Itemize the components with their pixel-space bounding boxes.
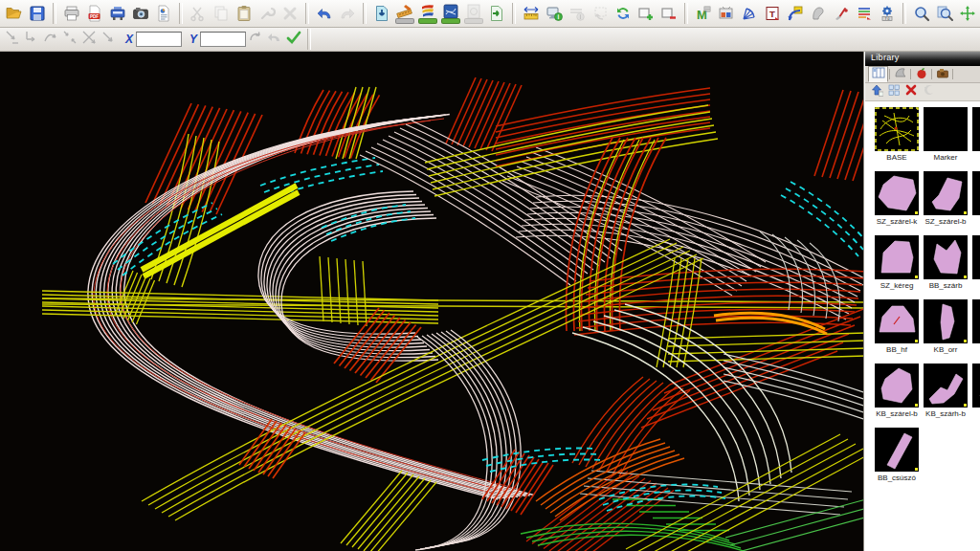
library-item[interactable]: SZ_kéreg [874, 235, 920, 299]
open-file-button[interactable] [3, 2, 26, 25]
measure-distance-button[interactable] [520, 2, 543, 25]
library-item[interactable]: KB_szárel-b [874, 364, 920, 428]
library-thumbnail-piece[interactable] [972, 171, 980, 215]
design-canvas[interactable] [0, 52, 866, 551]
paste-button[interactable] [233, 2, 256, 25]
print-button[interactable] [60, 2, 83, 25]
toolbar-separator [307, 29, 311, 50]
library-thumbnail-piece[interactable] [924, 235, 968, 279]
library-thumbnail-piece[interactable] [972, 235, 980, 279]
snap-corner-button[interactable] [22, 30, 41, 49]
snap-converge-button[interactable] [60, 30, 79, 49]
library-tab-photo-view[interactable] [933, 67, 951, 81]
zoom-page-button[interactable] [933, 2, 956, 25]
svg-text:i: i [580, 13, 582, 20]
paint-brush-button[interactable] [830, 2, 853, 25]
stamp-tool-button[interactable] [462, 2, 485, 25]
snap-nearest-button[interactable] [99, 30, 118, 49]
library-item[interactable]: BB_hf [874, 299, 920, 364]
rotate-point-button[interactable] [246, 30, 265, 49]
x-coordinate-input[interactable] [136, 32, 182, 47]
undo-move-button[interactable] [265, 30, 284, 49]
refresh-view-button[interactable] [612, 2, 635, 25]
export-pdf-button[interactable]: PDF [83, 2, 106, 25]
library-thumbnail-piece[interactable] [924, 299, 968, 343]
library-thumbnail-piece[interactable] [924, 171, 968, 215]
layers-stack-button[interactable] [416, 2, 439, 25]
line-info-button[interactable]: i [566, 2, 589, 25]
panel-layout-button[interactable] [715, 2, 738, 25]
zoom-button[interactable] [910, 2, 933, 25]
library-item[interactable]: Marker [923, 107, 969, 171]
library-item[interactable]: KB_orr [923, 299, 969, 364]
measure-tool-button[interactable] [393, 2, 416, 25]
library-thumbnail-piece[interactable] [875, 428, 919, 472]
library-tab-materials-view[interactable] [912, 67, 930, 81]
library-thumbnail-blank[interactable] [924, 107, 968, 151]
bend-curve-button[interactable] [784, 2, 807, 25]
tools-button[interactable] [256, 2, 278, 25]
library-thumbnail-piece[interactable] [875, 299, 919, 343]
snap-endpoint-button[interactable] [3, 30, 22, 49]
library-thumbnail-piece[interactable] [875, 235, 919, 279]
bundle-red-hatch-top-center [295, 90, 380, 158]
library-item[interactable] [971, 107, 980, 171]
library-item[interactable] [971, 299, 980, 364]
undo-button[interactable] [313, 2, 336, 25]
library-item[interactable]: SZ_szárel-b [923, 171, 969, 235]
system-info-button[interactable]: i [543, 2, 566, 25]
snap-curve-button[interactable] [41, 30, 60, 49]
snapshot-button[interactable] [129, 2, 152, 25]
y-coordinate-input[interactable] [200, 32, 246, 47]
library-item[interactable]: SZ_szárel-k [874, 171, 920, 235]
toolbar-separator [53, 3, 56, 24]
library-item[interactable]: S [971, 171, 980, 235]
save-file-button[interactable] [26, 2, 49, 25]
tab-divider [952, 69, 953, 79]
library-thumbnail-piece[interactable] [875, 171, 919, 215]
library-tab-pieces-view[interactable] [868, 66, 888, 82]
library-thumbnail-piece[interactable] [875, 364, 919, 408]
library-item-list: BASEMarkerSZ_szárel-kSZ_szárel-bSSZ_kére… [865, 101, 980, 551]
library-item[interactable]: BB_csúszó [874, 428, 920, 492]
library-thumbnail-piece[interactable] [924, 364, 968, 408]
library-item[interactable]: BB_szárb [923, 235, 969, 299]
library-tool-magic-wand[interactable] [920, 84, 936, 99]
add-region-button[interactable] [635, 2, 657, 25]
library-tool-import-item[interactable] [868, 84, 884, 99]
delete-button[interactable] [278, 2, 301, 25]
pan-move-button[interactable] [956, 2, 979, 25]
library-tool-delete-item[interactable] [902, 84, 919, 99]
pan-move-icon [959, 5, 976, 22]
marker-mode-button[interactable]: M [692, 2, 715, 25]
report-button[interactable] [152, 2, 175, 25]
settings-gear-button[interactable]: 7 0 [876, 2, 899, 25]
export-document-button[interactable] [485, 2, 508, 25]
cut-button[interactable] [187, 2, 210, 25]
library-item[interactable]: B [971, 235, 980, 299]
snap-cross-button[interactable] [79, 30, 99, 49]
apply-button[interactable] [284, 30, 303, 49]
line-properties-button[interactable] [853, 2, 876, 25]
library-thumbnail-piece[interactable] [972, 364, 980, 408]
send-to-plotter-button[interactable] [106, 2, 129, 25]
library-tool-grid-view[interactable] [885, 84, 902, 99]
copy-button[interactable] [210, 2, 233, 25]
library-item[interactable]: BASE [874, 107, 920, 171]
heel-shape-button[interactable] [807, 2, 830, 25]
remove-region-button[interactable] [657, 2, 680, 25]
redo-button[interactable] [336, 2, 359, 25]
library-item[interactable]: K [971, 364, 980, 428]
copy-icon [212, 5, 230, 22]
restore-selection-button[interactable] [589, 2, 612, 25]
bend-curve-icon [787, 5, 804, 22]
protractor-fan-button[interactable] [738, 2, 761, 25]
library-thumbnail-piece[interactable] [972, 299, 980, 343]
library-thumbnail-base[interactable] [875, 107, 919, 151]
text-tool-button[interactable]: T [761, 2, 784, 25]
import-document-button[interactable] [370, 2, 393, 25]
library-item[interactable]: KB_szárh-b [923, 364, 969, 428]
library-tab-shape-view[interactable] [891, 67, 909, 81]
grading-curves-button[interactable] [439, 2, 462, 25]
library-thumbnail-piece[interactable] [972, 107, 980, 151]
